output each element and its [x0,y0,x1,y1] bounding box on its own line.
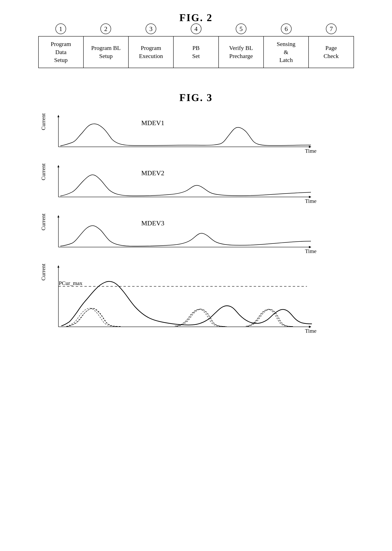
step-num-1: 1 [38,23,84,36]
step-num-3: 3 [128,23,174,36]
fig3-section: FIG. 3 Current Time [38,92,354,345]
svg-text:Time: Time [305,198,316,204]
step-box-4: PBSet [174,36,219,68]
fig3-title: FIG. 3 [179,92,212,103]
step-box-6: Sensing&Latch [264,36,309,68]
circle-6: 6 [281,23,292,34]
step-num-2: 2 [83,23,128,36]
step-box-1: ProgramDataSetup [39,36,84,68]
svg-text:PCur_max: PCur_max [59,280,83,286]
mdev3-current-label: Current [38,213,47,234]
circle-4: 4 [191,23,201,34]
step-box-2: Program BLSetup [84,36,129,68]
svg-text:Time: Time [305,328,316,334]
step-num-4: 4 [173,23,219,36]
svg-marker-13 [57,215,59,218]
mdev3-chart-section: Current Time MDEV3 [38,213,354,258]
combined-svg: Time PCur_max [47,264,319,339]
svg-text:MDEV3: MDEV3 [141,219,164,227]
combined-chart-section: Current Time PCur_max [38,264,354,339]
mdev2-chart-section: Current Time MDEV2 [38,163,354,208]
step-box-7: PageCheck [309,36,353,68]
step-num-6: 6 [264,23,309,36]
mdev2-current-label: Current [38,163,47,184]
circle-1: 1 [56,23,66,34]
circle-2: 2 [100,23,111,34]
step-boxes-row: ProgramDataSetup Program BLSetup Program… [38,36,354,68]
fig2-title: FIG. 2 [179,12,212,23]
mdev2-svg: Time MDEV2 [47,163,319,207]
step-num-5: 5 [219,23,264,36]
step-box-3: ProgramExecution [129,36,174,68]
circle-7: 7 [326,23,336,34]
svg-text:MDEV1: MDEV1 [141,119,164,127]
step-box-5: Verify BLPrecharge [219,36,264,68]
step-numbers-row: 1 2 3 4 5 6 7 [38,23,354,36]
svg-marker-19 [57,265,59,268]
circle-3: 3 [146,23,156,34]
svg-text:MDEV2: MDEV2 [141,169,164,177]
svg-marker-7 [57,165,59,167]
svg-text:Time: Time [305,148,316,154]
svg-text:Time: Time [305,248,316,254]
svg-marker-1 [57,115,59,117]
step-num-7: 7 [309,23,354,36]
circle-5: 5 [236,23,246,34]
mdev1-current-label: Current [38,113,47,134]
combined-current-label: Current [38,264,47,289]
fig2-section: FIG. 2 1 2 3 4 5 6 7 ProgramDataSetup Pr… [38,12,354,68]
mdev3-svg: Time MDEV3 [47,213,319,257]
mdev1-svg: Time MDEV1 [47,113,319,157]
mdev1-chart-section: Current Time MDEV1 [38,113,354,157]
